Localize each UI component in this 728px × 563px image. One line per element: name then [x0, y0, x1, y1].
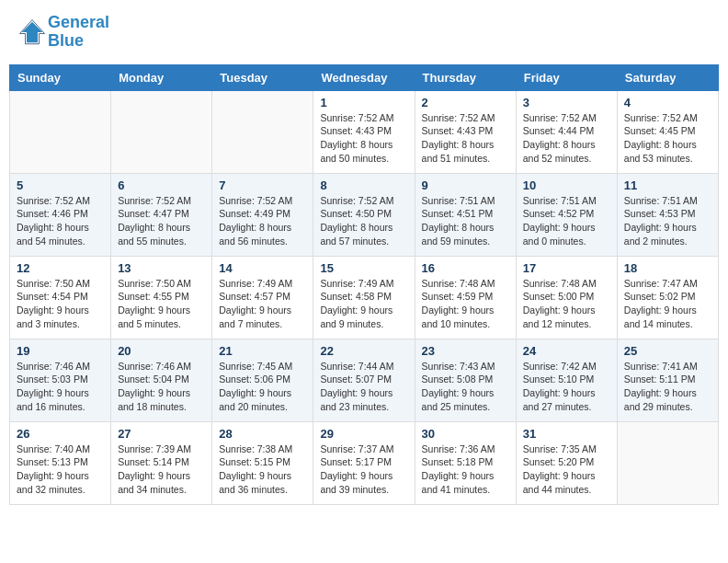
day-number: 13 — [118, 261, 205, 275]
day-number: 29 — [320, 427, 407, 441]
calendar-cell: 17Sunrise: 7:48 AM Sunset: 5:00 PM Dayli… — [516, 256, 617, 339]
calendar-cell: 6Sunrise: 7:52 AM Sunset: 4:47 PM Daylig… — [111, 173, 212, 256]
day-number: 9 — [422, 178, 509, 192]
day-info: Sunrise: 7:41 AM Sunset: 5:11 PM Dayligh… — [624, 360, 711, 414]
day-info: Sunrise: 7:39 AM Sunset: 5:14 PM Dayligh… — [118, 442, 205, 497]
day-number: 12 — [17, 261, 104, 275]
weekday-header: Thursday — [415, 64, 516, 90]
day-number: 21 — [219, 344, 306, 358]
calendar-cell: 9Sunrise: 7:51 AM Sunset: 4:51 PM Daylig… — [415, 173, 516, 256]
weekday-header: Sunday — [10, 64, 111, 90]
weekday-header: Friday — [516, 64, 617, 90]
day-info: Sunrise: 7:52 AM Sunset: 4:45 PM Dayligh… — [624, 111, 711, 166]
day-number: 24 — [523, 344, 610, 358]
day-number: 25 — [624, 344, 711, 358]
calendar-cell: 30Sunrise: 7:36 AM Sunset: 5:18 PM Dayli… — [415, 421, 516, 504]
calendar-week-row: 12Sunrise: 7:50 AM Sunset: 4:54 PM Dayli… — [10, 256, 719, 339]
weekday-header: Wednesday — [313, 64, 415, 90]
page-header: General Blue — [9, 9, 719, 55]
calendar-cell: 3Sunrise: 7:52 AM Sunset: 4:44 PM Daylig… — [516, 90, 617, 173]
calendar-cell: 15Sunrise: 7:49 AM Sunset: 4:58 PM Dayli… — [313, 256, 415, 339]
day-info: Sunrise: 7:51 AM Sunset: 4:51 PM Dayligh… — [422, 194, 509, 248]
day-info: Sunrise: 7:52 AM Sunset: 4:43 PM Dayligh… — [422, 111, 509, 166]
day-number: 20 — [118, 344, 205, 358]
calendar-week-row: 5Sunrise: 7:52 AM Sunset: 4:46 PM Daylig… — [10, 173, 719, 256]
calendar-cell: 18Sunrise: 7:47 AM Sunset: 5:02 PM Dayli… — [617, 256, 718, 339]
calendar-cell: 26Sunrise: 7:40 AM Sunset: 5:13 PM Dayli… — [10, 421, 111, 504]
day-info: Sunrise: 7:47 AM Sunset: 5:02 PM Dayligh… — [624, 277, 711, 331]
day-number: 1 — [320, 96, 407, 109]
calendar-cell — [212, 90, 313, 173]
calendar-cell: 29Sunrise: 7:37 AM Sunset: 5:17 PM Dayli… — [313, 421, 415, 504]
day-info: Sunrise: 7:45 AM Sunset: 5:06 PM Dayligh… — [219, 360, 306, 414]
calendar-cell: 24Sunrise: 7:42 AM Sunset: 5:10 PM Dayli… — [516, 339, 617, 421]
calendar-cell: 10Sunrise: 7:51 AM Sunset: 4:52 PM Dayli… — [516, 173, 617, 256]
calendar-cell: 20Sunrise: 7:46 AM Sunset: 5:04 PM Dayli… — [111, 339, 212, 421]
day-number: 23 — [422, 344, 509, 358]
calendar-cell: 28Sunrise: 7:38 AM Sunset: 5:15 PM Dayli… — [212, 421, 313, 504]
weekday-header: Tuesday — [212, 64, 313, 90]
day-number: 4 — [624, 96, 711, 109]
day-number: 30 — [422, 427, 509, 441]
day-number: 14 — [219, 261, 306, 275]
day-info: Sunrise: 7:52 AM Sunset: 4:47 PM Dayligh… — [118, 194, 205, 248]
logo-icon — [18, 18, 46, 46]
day-info: Sunrise: 7:51 AM Sunset: 4:53 PM Dayligh… — [624, 194, 711, 248]
day-number: 28 — [219, 427, 306, 441]
day-info: Sunrise: 7:50 AM Sunset: 4:55 PM Dayligh… — [118, 277, 205, 331]
calendar-table: SundayMondayTuesdayWednesdayThursdayFrid… — [9, 64, 719, 505]
day-number: 19 — [17, 344, 104, 358]
day-info: Sunrise: 7:38 AM Sunset: 5:15 PM Dayligh… — [219, 442, 306, 497]
day-number: 11 — [624, 178, 711, 192]
day-info: Sunrise: 7:37 AM Sunset: 5:17 PM Dayligh… — [320, 442, 407, 497]
day-info: Sunrise: 7:40 AM Sunset: 5:13 PM Dayligh… — [17, 442, 104, 497]
day-info: Sunrise: 7:48 AM Sunset: 4:59 PM Dayligh… — [422, 277, 509, 331]
day-info: Sunrise: 7:46 AM Sunset: 5:04 PM Dayligh… — [118, 360, 205, 414]
weekday-header: Saturday — [617, 64, 718, 90]
calendar-cell: 11Sunrise: 7:51 AM Sunset: 4:53 PM Dayli… — [617, 173, 718, 256]
day-number: 7 — [219, 178, 306, 192]
day-info: Sunrise: 7:52 AM Sunset: 4:49 PM Dayligh… — [219, 194, 306, 248]
day-number: 27 — [118, 427, 205, 441]
day-number: 31 — [523, 427, 610, 441]
calendar-header-row: SundayMondayTuesdayWednesdayThursdayFrid… — [10, 64, 719, 90]
day-number: 22 — [320, 344, 407, 358]
calendar-cell: 4Sunrise: 7:52 AM Sunset: 4:45 PM Daylig… — [617, 90, 718, 173]
day-info: Sunrise: 7:49 AM Sunset: 4:58 PM Dayligh… — [320, 277, 407, 331]
day-number: 17 — [523, 261, 610, 275]
weekday-header: Monday — [111, 64, 212, 90]
day-info: Sunrise: 7:36 AM Sunset: 5:18 PM Dayligh… — [422, 442, 509, 497]
calendar-cell — [617, 421, 718, 504]
day-number: 2 — [422, 96, 509, 109]
day-info: Sunrise: 7:52 AM Sunset: 4:46 PM Dayligh… — [17, 194, 104, 248]
day-info: Sunrise: 7:50 AM Sunset: 4:54 PM Dayligh… — [17, 277, 104, 331]
day-number: 15 — [320, 261, 407, 275]
calendar-cell: 1Sunrise: 7:52 AM Sunset: 4:43 PM Daylig… — [313, 90, 415, 173]
day-info: Sunrise: 7:51 AM Sunset: 4:52 PM Dayligh… — [523, 194, 610, 248]
day-info: Sunrise: 7:44 AM Sunset: 5:07 PM Dayligh… — [320, 360, 407, 414]
calendar-cell: 13Sunrise: 7:50 AM Sunset: 4:55 PM Dayli… — [111, 256, 212, 339]
day-number: 16 — [422, 261, 509, 275]
day-info: Sunrise: 7:52 AM Sunset: 4:50 PM Dayligh… — [320, 194, 407, 248]
day-info: Sunrise: 7:35 AM Sunset: 5:20 PM Dayligh… — [523, 442, 610, 497]
day-info: Sunrise: 7:42 AM Sunset: 5:10 PM Dayligh… — [523, 360, 610, 414]
calendar-cell: 5Sunrise: 7:52 AM Sunset: 4:46 PM Daylig… — [10, 173, 111, 256]
calendar-cell — [10, 90, 111, 173]
calendar-week-row: 26Sunrise: 7:40 AM Sunset: 5:13 PM Dayli… — [10, 421, 719, 504]
calendar-cell: 21Sunrise: 7:45 AM Sunset: 5:06 PM Dayli… — [212, 339, 313, 421]
day-info: Sunrise: 7:49 AM Sunset: 4:57 PM Dayligh… — [219, 277, 306, 331]
day-info: Sunrise: 7:46 AM Sunset: 5:03 PM Dayligh… — [17, 360, 104, 414]
calendar-cell: 8Sunrise: 7:52 AM Sunset: 4:50 PM Daylig… — [313, 173, 415, 256]
logo: General Blue — [18, 14, 109, 51]
day-number: 6 — [118, 178, 205, 192]
calendar-cell: 25Sunrise: 7:41 AM Sunset: 5:11 PM Dayli… — [617, 339, 718, 421]
day-number: 26 — [17, 427, 104, 441]
logo-text: General Blue — [48, 14, 109, 51]
calendar-cell: 12Sunrise: 7:50 AM Sunset: 4:54 PM Dayli… — [10, 256, 111, 339]
day-info: Sunrise: 7:43 AM Sunset: 5:08 PM Dayligh… — [422, 360, 509, 414]
day-number: 5 — [17, 178, 104, 192]
calendar-cell — [111, 90, 212, 173]
day-info: Sunrise: 7:52 AM Sunset: 4:43 PM Dayligh… — [320, 111, 407, 166]
day-number: 3 — [523, 96, 610, 109]
calendar-cell: 19Sunrise: 7:46 AM Sunset: 5:03 PM Dayli… — [10, 339, 111, 421]
